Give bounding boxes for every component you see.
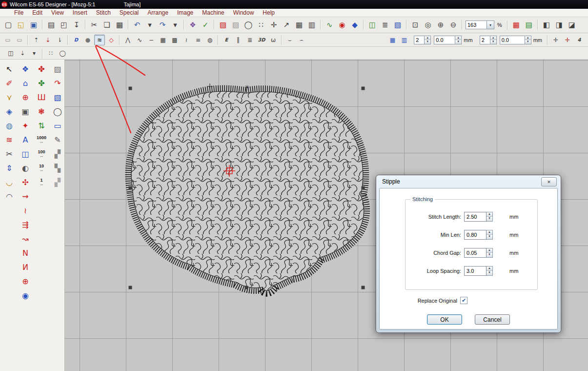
stitch-table-icon[interactable]: ▦ (293, 19, 305, 31)
spin-up-button[interactable] (487, 230, 492, 235)
pull-comp-value-input[interactable] (434, 36, 455, 44)
spin-down-button[interactable] (525, 40, 531, 44)
motif-run-tool[interactable]: ↝ (19, 232, 32, 245)
min-len-input[interactable] (464, 230, 487, 240)
wave-run-tool[interactable]: ≀ (19, 204, 32, 217)
stitch-spacing-1000[interactable]: 1000↔ (35, 133, 48, 146)
pen-tool[interactable]: ✎ (51, 133, 64, 146)
chord-gap-input[interactable] (464, 248, 487, 258)
open-design-icon[interactable]: ◱ (15, 19, 27, 31)
spin-up-button[interactable] (487, 248, 492, 253)
cut-icon[interactable]: ✂ (88, 19, 100, 31)
satin-stitch-icon[interactable]: ⋀ (122, 35, 133, 45)
zoom-1to1-icon[interactable]: ◎ (422, 19, 434, 31)
grid-green-icon[interactable]: ▤ (523, 19, 535, 31)
stitch-grid-icon[interactable]: ▥ (306, 19, 318, 31)
penetration-point-tool[interactable]: ⊕ (19, 91, 32, 103)
half-tone-tool[interactable]: ◐ (19, 162, 32, 174)
print-icon[interactable]: ▤ (45, 19, 57, 31)
lettering-tool[interactable]: A (19, 133, 32, 146)
loop-spacing-input[interactable] (464, 266, 487, 276)
pan-tool-icon[interactable]: ✛ (550, 35, 561, 45)
pointer-add-icon[interactable]: ✛ (268, 19, 280, 31)
spin-up-button[interactable] (455, 36, 461, 40)
export-machine-icon[interactable]: ↧ (71, 19, 82, 31)
zigzag-stitch-icon[interactable]: ∿ (134, 35, 145, 45)
needle-point-icon[interactable]: ↗ (281, 19, 292, 31)
zoom-in-icon[interactable]: ⊕ (435, 19, 446, 31)
chart-icon[interactable]: ∿ (324, 19, 335, 31)
curve-tool[interactable]: ◡ (2, 176, 16, 188)
window-corner-icon[interactable]: ◪ (566, 19, 578, 31)
star-tool[interactable]: ✦ (19, 119, 32, 132)
needle-mark-icon[interactable]: ⇂ (54, 35, 65, 45)
closed-object-tool[interactable]: ⌂ (19, 77, 32, 89)
spin-up-button[interactable] (490, 36, 496, 40)
spin-up-button[interactable] (487, 267, 492, 271)
rotation-star-marker[interactable]: ✳ (244, 84, 249, 91)
stitch-spacing-10[interactable]: 10↔ (35, 162, 48, 174)
block-digitize-tool[interactable]: ▣ (19, 105, 32, 118)
undo-dropdown-icon[interactable]: ▾ (144, 19, 156, 31)
selection-handle[interactable] (129, 87, 132, 90)
spin-up-button[interactable] (487, 212, 492, 217)
density-grid-icon[interactable]: ▦ (387, 35, 398, 45)
hatch-red-icon[interactable]: ▨ (217, 19, 229, 31)
target-circle-tool[interactable]: ⊕ (19, 275, 32, 288)
arch-tool[interactable]: ◠ (2, 190, 16, 203)
spin-up-button[interactable] (525, 36, 531, 40)
curve-up-icon[interactable]: ⌣ (284, 35, 295, 45)
menu-window[interactable]: Window (229, 9, 259, 16)
selection-handle[interactable] (362, 286, 365, 289)
run-stitch-icon[interactable]: − (146, 35, 157, 45)
wave-effect-tool[interactable]: ≋ (2, 133, 16, 146)
redo-icon[interactable]: ↷ (157, 19, 168, 31)
menu-stitch[interactable]: Stitch (92, 9, 115, 16)
color-palette-icon[interactable]: ◉ (336, 19, 348, 31)
threeD-effect-icon[interactable]: 3D (256, 35, 267, 45)
selection-handle[interactable] (362, 87, 365, 90)
brain-design[interactable] (131, 91, 364, 290)
ellipse-tool[interactable]: ◯ (51, 105, 64, 118)
new-design-icon[interactable]: ▢ (2, 19, 14, 31)
zoom-box-icon[interactable]: ⊡ (409, 19, 421, 31)
needle-up-icon[interactable]: ⇡ (31, 35, 41, 45)
spin-down-button[interactable] (487, 234, 492, 239)
texture-tool-b[interactable]: ▚ (51, 162, 64, 174)
copy-icon[interactable]: ❏ (101, 19, 113, 31)
diamond-digitize-tool[interactable]: ◈ (2, 105, 16, 118)
dot-tool-icon[interactable]: ● (82, 35, 93, 45)
undo-icon[interactable]: ↶ (131, 19, 143, 31)
tatami-stitch-icon[interactable]: ▦ (158, 35, 168, 45)
slant-hatch-tool[interactable]: ▨ (51, 62, 64, 75)
doc-small-icon-2[interactable]: ▭ (14, 35, 25, 45)
stacked-stitch-icon[interactable]: ≣ (244, 35, 255, 45)
zigzag-run-tool[interactable]: N (19, 247, 32, 259)
insert-design-icon[interactable]: ❖ (187, 19, 199, 31)
zoom-input[interactable] (466, 21, 487, 29)
rectangle-tool[interactable]: ▭ (51, 119, 64, 132)
menu-arrange[interactable]: Arrange (143, 9, 173, 16)
zoom-dropdown-icon[interactable] (487, 21, 494, 29)
pull-comp-count-input[interactable] (414, 36, 425, 44)
ellipse-mode-icon[interactable]: ◯ (243, 19, 254, 31)
design-d-icon[interactable]: D (71, 35, 81, 45)
stipple-icon[interactable]: ≋ (94, 35, 105, 45)
select-tool[interactable]: ↖ (2, 62, 16, 75)
save-design-icon[interactable]: ▣ (28, 19, 40, 31)
window-split-left-icon[interactable]: ◧ (541, 19, 552, 31)
motif-stitch-icon[interactable]: ≀ (181, 35, 192, 45)
paste-icon[interactable]: ▦ (114, 19, 125, 31)
redo-dropdown-icon[interactable]: ▾ (169, 19, 181, 31)
e-stitch-icon[interactable]: E (221, 35, 232, 45)
texture-view-icon[interactable]: ▧ (392, 19, 404, 31)
spin-down-button[interactable] (487, 270, 492, 275)
spin-down-button[interactable] (487, 216, 492, 221)
stitch-spacing-100[interactable]: 100↔ (35, 147, 48, 160)
hatch-light-icon[interactable]: ▨ (230, 19, 242, 31)
contour-stitch-icon[interactable]: ≡ (193, 35, 203, 45)
confirm-icon[interactable]: ✓ (200, 19, 211, 31)
doc-small-icon[interactable]: ▭ (2, 35, 13, 45)
selection-handle[interactable] (129, 186, 132, 190)
omega-stitch-icon[interactable]: ω (268, 35, 279, 45)
